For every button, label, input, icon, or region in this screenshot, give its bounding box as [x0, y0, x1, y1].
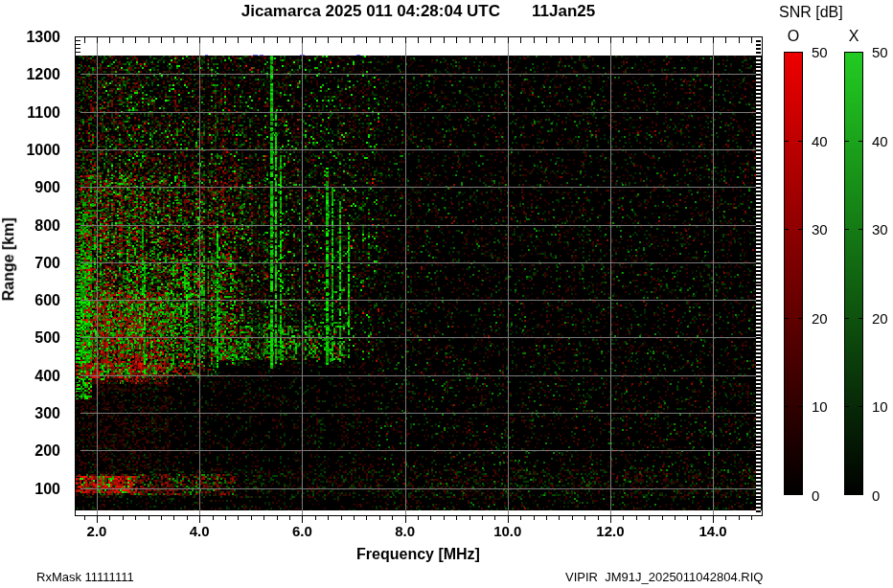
colorbar-x-mode-label: X — [844, 28, 863, 45]
x-tick-label: 12.0 — [589, 523, 631, 539]
ionogram-plot-canvas — [0, 0, 893, 588]
y-tick-label: 1100 — [16, 104, 60, 122]
colorbar-tick-label: 40 — [872, 133, 893, 149]
y-tick-label: 800 — [16, 217, 60, 235]
y-tick-label: 1300 — [16, 29, 60, 46]
x-tick-label: 8.0 — [384, 523, 426, 539]
y-tick-label: 200 — [16, 442, 60, 460]
colorbar-tick-label: 10 — [812, 398, 835, 415]
colorbar-o-mode-label: O — [784, 28, 803, 45]
colorbar-tick-label: 10 — [872, 398, 893, 415]
rxmask-text: RxMask 11111111 — [36, 571, 134, 584]
y-tick-label: 100 — [16, 481, 60, 498]
y-tick-label: 300 — [16, 405, 60, 422]
colorbar-tick-label: 50 — [812, 44, 835, 60]
x-tick-label: 10.0 — [487, 523, 529, 539]
y-tick-label: 500 — [16, 329, 60, 347]
y-axis-label: Range [km] — [0, 183, 17, 336]
x-tick-label: 14.0 — [692, 523, 734, 539]
colorbar-tick-label: 40 — [812, 133, 835, 149]
colorbar-tick-label: 0 — [872, 487, 893, 504]
plot-title: Jicamarca 2025 011 04:28:04 UTC 11Jan25 — [75, 3, 762, 21]
x-axis-label: Frequency [MHz] — [75, 546, 762, 563]
y-tick-label: 900 — [16, 179, 60, 196]
x-tick-label: 6.0 — [281, 523, 323, 539]
x-tick-label: 2.0 — [76, 523, 118, 539]
colorbar-tick-label: 0 — [812, 487, 835, 504]
colorbar-tick-label: 30 — [812, 221, 835, 237]
y-tick-label: 700 — [16, 255, 60, 272]
y-tick-label: 600 — [16, 292, 60, 309]
y-tick-label: 1200 — [16, 66, 60, 83]
colorbar-tick-label: 30 — [872, 221, 893, 237]
ionogram-page: Jicamarca 2025 011 04:28:04 UTC 11Jan25 … — [0, 0, 893, 588]
colorbar-tick-label: 20 — [812, 310, 835, 327]
y-tick-label: 400 — [16, 368, 60, 385]
colorbar-tick-label: 50 — [872, 44, 893, 60]
y-tick-label: 1000 — [16, 142, 60, 159]
filename-text: VIPIR JM91J_2025011042804.RIQ — [565, 571, 763, 584]
colorbar-title: SNR [dB] — [779, 4, 843, 21]
x-tick-label: 4.0 — [178, 523, 220, 539]
colorbar-tick-label: 20 — [872, 310, 893, 327]
